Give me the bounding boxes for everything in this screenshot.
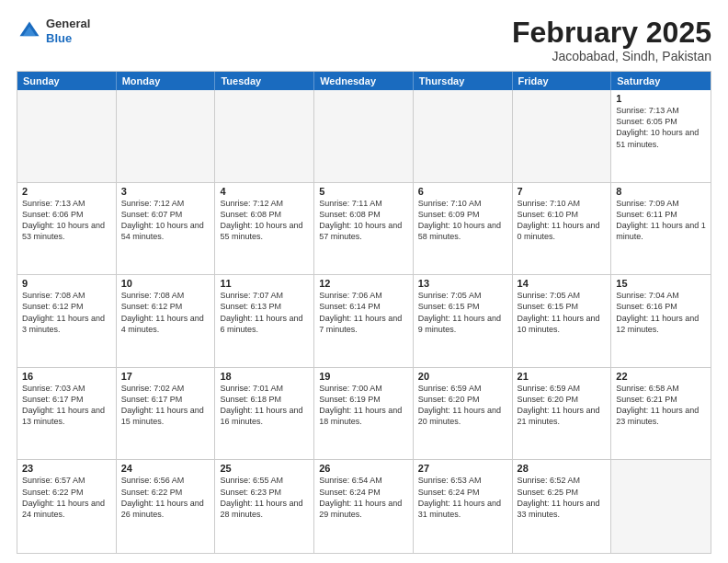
calendar-cell: 5Sunrise: 7:11 AM Sunset: 6:08 PM Daylig…	[314, 183, 414, 275]
calendar-row-4: 23Sunrise: 6:57 AM Sunset: 6:22 PM Dayli…	[17, 460, 711, 553]
cell-info: Sunrise: 7:11 AM Sunset: 6:08 PM Dayligh…	[319, 198, 408, 243]
logo-general: General	[46, 17, 90, 30]
day-number: 26	[319, 463, 408, 474]
calendar-cell: 20Sunrise: 6:59 AM Sunset: 6:20 PM Dayli…	[414, 368, 513, 460]
day-number: 4	[220, 186, 309, 197]
month-title: February 2025	[512, 17, 711, 49]
cell-info: Sunrise: 7:02 AM Sunset: 6:17 PM Dayligh…	[121, 383, 210, 428]
cell-info: Sunrise: 6:53 AM Sunset: 6:24 PM Dayligh…	[418, 475, 507, 520]
calendar-cell: 2Sunrise: 7:13 AM Sunset: 6:06 PM Daylig…	[17, 183, 117, 275]
calendar-cell: 24Sunrise: 6:56 AM Sunset: 6:22 PM Dayli…	[117, 460, 216, 553]
cell-info: Sunrise: 6:57 AM Sunset: 6:22 PM Dayligh…	[22, 475, 111, 520]
day-number: 27	[418, 463, 507, 474]
day-number: 13	[418, 278, 507, 289]
day-number: 25	[220, 463, 309, 474]
calendar-cell	[215, 90, 314, 182]
header-day-thursday: Thursday	[414, 72, 513, 90]
cell-info: Sunrise: 7:10 AM Sunset: 6:09 PM Dayligh…	[418, 198, 507, 243]
cell-info: Sunrise: 7:13 AM Sunset: 6:05 PM Dayligh…	[616, 105, 706, 150]
calendar-cell: 26Sunrise: 6:54 AM Sunset: 6:24 PM Dayli…	[314, 460, 414, 553]
calendar-cell: 8Sunrise: 7:09 AM Sunset: 6:11 PM Daylig…	[611, 183, 711, 275]
cell-info: Sunrise: 6:59 AM Sunset: 6:20 PM Dayligh…	[518, 383, 607, 428]
day-number: 28	[518, 463, 607, 474]
calendar-cell: 16Sunrise: 7:03 AM Sunset: 6:17 PM Dayli…	[17, 368, 117, 460]
calendar-row-1: 2Sunrise: 7:13 AM Sunset: 6:06 PM Daylig…	[17, 183, 711, 276]
day-number: 14	[518, 278, 607, 289]
day-number: 18	[220, 371, 309, 382]
calendar-cell: 17Sunrise: 7:02 AM Sunset: 6:17 PM Dayli…	[117, 368, 216, 460]
calendar-row-0: 1Sunrise: 7:13 AM Sunset: 6:05 PM Daylig…	[17, 90, 711, 183]
day-number: 11	[220, 278, 309, 289]
day-number: 17	[121, 371, 210, 382]
logo-icon	[17, 18, 42, 44]
calendar-cell: 28Sunrise: 6:52 AM Sunset: 6:25 PM Dayli…	[513, 460, 612, 553]
day-number: 3	[121, 186, 210, 197]
title-section: February 2025 Jacobabad, Sindh, Pakistan	[512, 17, 711, 63]
calendar-cell: 10Sunrise: 7:08 AM Sunset: 6:12 PM Dayli…	[117, 275, 216, 367]
cell-info: Sunrise: 7:12 AM Sunset: 6:08 PM Dayligh…	[220, 198, 309, 243]
calendar-cell: 15Sunrise: 7:04 AM Sunset: 6:16 PM Dayli…	[611, 275, 711, 367]
calendar-row-2: 9Sunrise: 7:08 AM Sunset: 6:12 PM Daylig…	[17, 275, 711, 368]
cell-info: Sunrise: 7:08 AM Sunset: 6:12 PM Dayligh…	[121, 290, 210, 335]
day-number: 22	[616, 371, 706, 382]
calendar-header: SundayMondayTuesdayWednesdayThursdayFrid…	[17, 72, 711, 90]
cell-info: Sunrise: 7:05 AM Sunset: 6:15 PM Dayligh…	[418, 290, 507, 335]
calendar-cell	[117, 90, 216, 182]
cell-info: Sunrise: 7:03 AM Sunset: 6:17 PM Dayligh…	[22, 383, 111, 428]
day-number: 2	[22, 186, 111, 197]
calendar-cell	[17, 90, 117, 182]
location-title: Jacobabad, Sindh, Pakistan	[512, 49, 711, 63]
header-day-friday: Friday	[513, 72, 612, 90]
calendar-cell: 27Sunrise: 6:53 AM Sunset: 6:24 PM Dayli…	[414, 460, 513, 553]
calendar-cell: 22Sunrise: 6:58 AM Sunset: 6:21 PM Dayli…	[611, 368, 711, 460]
day-number: 24	[121, 463, 210, 474]
cell-info: Sunrise: 7:00 AM Sunset: 6:19 PM Dayligh…	[319, 383, 408, 428]
cell-info: Sunrise: 7:01 AM Sunset: 6:18 PM Dayligh…	[220, 383, 309, 428]
day-number: 7	[518, 186, 607, 197]
calendar-cell: 9Sunrise: 7:08 AM Sunset: 6:12 PM Daylig…	[17, 275, 117, 367]
day-number: 1	[616, 93, 706, 104]
cell-info: Sunrise: 6:52 AM Sunset: 6:25 PM Dayligh…	[518, 475, 607, 520]
cell-info: Sunrise: 6:55 AM Sunset: 6:23 PM Dayligh…	[220, 475, 309, 520]
cell-info: Sunrise: 7:13 AM Sunset: 6:06 PM Dayligh…	[22, 198, 111, 243]
calendar: SundayMondayTuesdayWednesdayThursdayFrid…	[17, 71, 711, 554]
cell-info: Sunrise: 6:54 AM Sunset: 6:24 PM Dayligh…	[319, 475, 408, 520]
cell-info: Sunrise: 7:08 AM Sunset: 6:12 PM Dayligh…	[22, 290, 111, 335]
day-number: 5	[319, 186, 408, 197]
calendar-cell: 19Sunrise: 7:00 AM Sunset: 6:19 PM Dayli…	[314, 368, 414, 460]
calendar-row-3: 16Sunrise: 7:03 AM Sunset: 6:17 PM Dayli…	[17, 368, 711, 461]
calendar-cell: 25Sunrise: 6:55 AM Sunset: 6:23 PM Dayli…	[215, 460, 314, 553]
cell-info: Sunrise: 7:07 AM Sunset: 6:13 PM Dayligh…	[220, 290, 309, 335]
cell-info: Sunrise: 7:12 AM Sunset: 6:07 PM Dayligh…	[121, 198, 210, 243]
cell-info: Sunrise: 7:10 AM Sunset: 6:10 PM Dayligh…	[518, 198, 607, 243]
header-day-monday: Monday	[117, 72, 216, 90]
day-number: 19	[319, 371, 408, 382]
day-number: 20	[418, 371, 507, 382]
cell-info: Sunrise: 6:56 AM Sunset: 6:22 PM Dayligh…	[121, 475, 210, 520]
calendar-cell: 11Sunrise: 7:07 AM Sunset: 6:13 PM Dayli…	[215, 275, 314, 367]
calendar-cell	[314, 90, 414, 182]
logo-text: General Blue	[46, 17, 90, 45]
calendar-cell: 13Sunrise: 7:05 AM Sunset: 6:15 PM Dayli…	[414, 275, 513, 367]
calendar-cell: 6Sunrise: 7:10 AM Sunset: 6:09 PM Daylig…	[414, 183, 513, 275]
cell-info: Sunrise: 7:06 AM Sunset: 6:14 PM Dayligh…	[319, 290, 408, 335]
calendar-body: 1Sunrise: 7:13 AM Sunset: 6:05 PM Daylig…	[17, 90, 711, 553]
cell-info: Sunrise: 7:04 AM Sunset: 6:16 PM Dayligh…	[616, 290, 706, 335]
calendar-cell: 21Sunrise: 6:59 AM Sunset: 6:20 PM Dayli…	[513, 368, 612, 460]
header-day-saturday: Saturday	[611, 72, 711, 90]
calendar-cell: 3Sunrise: 7:12 AM Sunset: 6:07 PM Daylig…	[117, 183, 216, 275]
calendar-cell: 1Sunrise: 7:13 AM Sunset: 6:05 PM Daylig…	[611, 90, 711, 182]
day-number: 23	[22, 463, 111, 474]
header-day-wednesday: Wednesday	[314, 72, 414, 90]
cell-info: Sunrise: 6:59 AM Sunset: 6:20 PM Dayligh…	[418, 383, 507, 428]
calendar-cell: 14Sunrise: 7:05 AM Sunset: 6:15 PM Dayli…	[513, 275, 612, 367]
day-number: 10	[121, 278, 210, 289]
calendar-cell: 23Sunrise: 6:57 AM Sunset: 6:22 PM Dayli…	[17, 460, 117, 553]
day-number: 9	[22, 278, 111, 289]
day-number: 21	[518, 371, 607, 382]
page-header: General Blue February 2025 Jacobabad, Si…	[17, 17, 711, 63]
calendar-cell: 7Sunrise: 7:10 AM Sunset: 6:10 PM Daylig…	[513, 183, 612, 275]
calendar-cell: 4Sunrise: 7:12 AM Sunset: 6:08 PM Daylig…	[215, 183, 314, 275]
day-number: 8	[616, 186, 706, 197]
header-day-sunday: Sunday	[17, 72, 117, 90]
